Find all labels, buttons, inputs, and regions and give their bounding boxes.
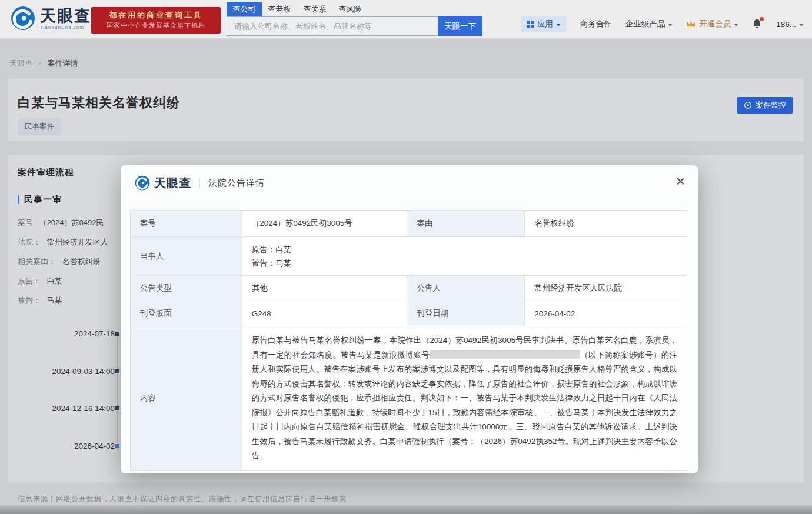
header-nav: 应用 商务合作 企业级产品 开通会员: [521, 16, 804, 32]
caret-down-icon: [799, 24, 804, 26]
nav-apps[interactable]: 应用: [521, 16, 567, 32]
content-text: （以下简称案涉账号）的注册人和实际使用人。被告在案涉账号上发布的案涉博文以及配图…: [252, 351, 677, 460]
logo-subtext: TianYanCha.com: [40, 25, 91, 30]
divider: [199, 178, 200, 188]
search-button[interactable]: 天眼一下: [438, 16, 482, 36]
modal-header: 天眼查 法院公告详情: [121, 165, 698, 201]
timeline-node-icon: [115, 369, 119, 373]
table-row: 当事人 原告：白某 被告：马某: [131, 237, 687, 276]
account-phone[interactable]: 186...: [776, 20, 804, 29]
bell-icon: [752, 18, 763, 30]
search-tabs: 查公司 查老板 查关系 查风险: [227, 2, 482, 16]
tianyancha-eye-icon: [11, 6, 35, 31]
modal-brand: 天眼查: [154, 175, 191, 191]
close-icon[interactable]: ×: [676, 172, 685, 190]
logo-text: 天眼查: [40, 7, 91, 25]
case-no-label: 案号: [131, 211, 242, 237]
timeline-node-icon: [115, 406, 119, 410]
tianyancha-logo[interactable]: 天眼查 TianYanCha.com: [11, 6, 91, 31]
account-phone-label: 186...: [776, 20, 796, 29]
announcer-label: 公告人: [407, 276, 525, 301]
nav-vip-label: 开通会员: [699, 19, 731, 29]
party-label: 当事人: [131, 237, 242, 276]
court-announcement-modal: 天眼查 法院公告详情 × 案号 （2024）苏0492民初3005号 案由 名誉…: [121, 165, 698, 473]
page: 天眼查 TianYanCha.com 都在用的商业查询工具 国家中小企业发展基金…: [0, 0, 812, 514]
page-label: 刊登版面: [131, 301, 242, 326]
party-plaintiff: 原告：白某: [252, 243, 677, 256]
timeline-date: 2024-12-16 14:00: [8, 404, 115, 413]
breadcrumb-home[interactable]: 天眼查: [9, 59, 32, 68]
redacted-account-box: [430, 350, 580, 359]
breadcrumb-current: 案件详情: [48, 59, 78, 68]
date-value: 2026-04-02: [525, 301, 687, 326]
timeline-node-icon: [115, 332, 119, 336]
case-monitor-label: 案件监控: [756, 100, 786, 111]
stage-accent-bar: [18, 195, 19, 204]
timeline-node-icon: [115, 444, 119, 448]
stage-civil-first-instance[interactable]: 民事一审: [18, 194, 62, 205]
crown-icon: [686, 21, 696, 28]
notifications[interactable]: [752, 18, 763, 30]
tab-search-company[interactable]: 查公司: [227, 2, 262, 16]
type-label: 公告类型: [131, 276, 242, 301]
top-header: 天眼查 TianYanCha.com 都在用的商业查询工具 国家中小企业发展基金…: [0, 0, 812, 39]
notification-badge: [760, 17, 764, 21]
flow-section-title: 案件审理流程: [18, 167, 74, 178]
cause-label: 案由: [407, 211, 525, 237]
stage-label: 民事一审: [24, 194, 62, 205]
content-label: 内容: [131, 326, 242, 471]
table-row: 刊登版面 G248 刊登日期 2026-04-02: [131, 301, 687, 326]
case-title-card: 白某与马某相关名誉权纠纷 民事案件 案件监控: [8, 79, 804, 141]
breadcrumb: 天眼查 › 案件详情: [9, 58, 78, 69]
modal-title: 法院公告详情: [208, 178, 265, 189]
announcement-table: 案号 （2024）苏0492民初3005号 案由 名誉权纠纷 当事人 原告：白某…: [130, 210, 687, 471]
page-value: G248: [242, 301, 407, 326]
announcer-value: 常州经济开发区人民法院: [525, 276, 687, 301]
case-type-badge: 民事案件: [18, 118, 61, 135]
bottom-edge: [0, 505, 812, 514]
table-row: 公告类型 其他 公告人 常州经济开发区人民法院: [131, 276, 687, 301]
case-fields: 案号 （2024）苏0492民 法院： 常州经济开发区人 相关案由： 名誉权纠纷…: [18, 213, 125, 310]
tab-search-relation[interactable]: 查关系: [297, 2, 332, 16]
timeline-date: 2024-07-18: [8, 329, 115, 338]
date-label: 刊登日期: [407, 301, 525, 326]
field-case-number: 案号 （2024）苏0492民: [18, 213, 125, 232]
nav-apps-label: 应用: [537, 19, 553, 29]
timeline-date: 2024-09-03 14:00: [8, 367, 115, 376]
monitor-icon: [744, 101, 752, 109]
nav-vip[interactable]: 开通会员: [686, 19, 738, 29]
case-monitor-button[interactable]: 案件监控: [737, 97, 793, 114]
field-cause: 相关案由： 名誉权纠纷: [18, 252, 125, 271]
caret-down-icon: [668, 24, 673, 26]
field-plaintiff: 原告： 白某: [18, 271, 125, 291]
promo-banner[interactable]: 都在用的商业查询工具 国家中小企业发展基金旗下机构: [91, 7, 221, 34]
nav-cooperation[interactable]: 商务合作: [580, 19, 612, 29]
timeline-line: [117, 333, 118, 446]
timeline-date: 2026-04-02: [8, 442, 115, 450]
breadcrumb-separator-icon: ›: [39, 59, 41, 68]
tab-search-risk[interactable]: 查风险: [332, 2, 368, 16]
nav-enterprise[interactable]: 企业级产品: [625, 19, 673, 29]
search-area: 查公司 查老板 查关系 查风险 天眼一下: [227, 2, 482, 36]
case-no-value: （2024）苏0492民初3005号: [242, 211, 407, 237]
tab-search-boss[interactable]: 查老板: [262, 2, 297, 16]
table-row: 案号 （2024）苏0492民初3005号 案由 名誉权纠纷: [131, 211, 687, 237]
table-row: 内容 原告白某与被告马某名誉权纠纷一案，本院作出（2024）苏0492民初300…: [131, 326, 687, 471]
type-value: 其他: [242, 276, 407, 301]
cause-value: 名誉权纠纷: [525, 211, 687, 237]
party-value: 原告：白某 被告：马某: [242, 237, 687, 276]
search-input[interactable]: [227, 16, 438, 36]
party-defendant: 被告：马某: [252, 256, 677, 270]
tianyancha-eye-icon: [135, 175, 150, 191]
app-grid-icon: [527, 21, 534, 28]
field-defendant: 被告： 马某: [18, 291, 125, 310]
nav-enterprise-label: 企业级产品: [625, 19, 665, 29]
field-court: 法院： 常州经济开发区人: [18, 232, 125, 252]
content-value: 原告白某与被告马某名誉权纠纷一案，本院作出（2024）苏0492民初3005号民…: [242, 326, 687, 471]
caret-down-icon: [734, 24, 738, 26]
promo-line1: 都在用的商业查询工具: [91, 10, 221, 21]
promo-line2: 国家中小企业发展基金旗下机构: [91, 21, 221, 30]
disclaimer-text: 信息来源于网络公开数据，天眼查不保证内容的真实性、准确性，请在使用信息前自行进一…: [18, 494, 347, 504]
caret-down-icon: [556, 24, 561, 26]
page-title: 白某与马某相关名誉权纠纷: [18, 94, 180, 112]
